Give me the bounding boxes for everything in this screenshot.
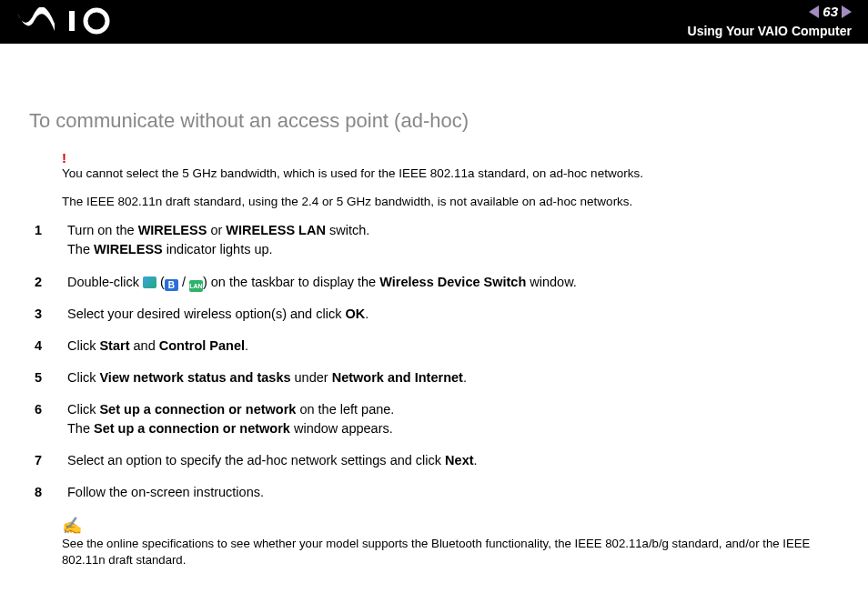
step-number: 2 (29, 273, 67, 292)
section-title: To communicate without an access point (… (29, 109, 848, 133)
step-number: 3 (29, 305, 67, 324)
svg-rect-0 (69, 11, 75, 31)
warning-text: You cannot select the 5 GHz bandwidth, w… (62, 166, 643, 180)
step-1: 1 Turn on the WIRELESS or WIRELESS LAN s… (29, 221, 848, 259)
step-5: 5 Click View network status and tasks un… (29, 368, 848, 387)
info-text: The IEEE 802.11n draft standard, using t… (62, 195, 848, 208)
step-number: 4 (29, 337, 67, 356)
step-number: 8 (29, 483, 67, 502)
next-page-arrow-icon[interactable] (842, 5, 852, 18)
bluetooth-icon: B (165, 279, 178, 291)
step-2: 2 Double-click (B / LAN) on the taskbar … (29, 273, 848, 292)
chapter-title: Using Your VAIO Computer (688, 24, 852, 38)
footnote-text: See the online specifications to see whe… (62, 537, 810, 567)
step-number: 6 (29, 400, 67, 419)
exclamation-icon: ! (62, 149, 848, 167)
page-number: 63 (823, 4, 838, 19)
lan-icon: LAN (189, 280, 203, 292)
step-list: 1 Turn on the WIRELESS or WIRELESS LAN s… (29, 221, 848, 501)
prev-page-arrow-icon[interactable] (809, 5, 819, 18)
step-number: 1 (29, 221, 67, 240)
page-nav: 63 (809, 4, 852, 19)
step-number: 7 (29, 451, 67, 470)
header-bar: 63 Using Your VAIO Computer (0, 0, 868, 44)
warning-note: ! You cannot select the 5 GHz bandwidth,… (62, 149, 848, 182)
step-4: 4 Click Start and Control Panel. (29, 337, 848, 356)
tray-wireless-icon (143, 276, 156, 288)
note-icon: ✍ (62, 515, 848, 538)
vaio-logo (16, 7, 116, 38)
footnote: ✍ See the online specifications to see w… (62, 515, 848, 569)
step-8: 8 Follow the on-screen instructions. (29, 483, 848, 502)
step-6: 6 Click Set up a connection or network o… (29, 400, 848, 438)
step-number: 5 (29, 368, 67, 387)
step-7: 7 Select an option to specify the ad-hoc… (29, 451, 848, 470)
svg-point-1 (86, 10, 107, 32)
step-3: 3 Select your desired wireless option(s)… (29, 305, 848, 324)
page-content: To communicate without an access point (… (0, 44, 868, 569)
